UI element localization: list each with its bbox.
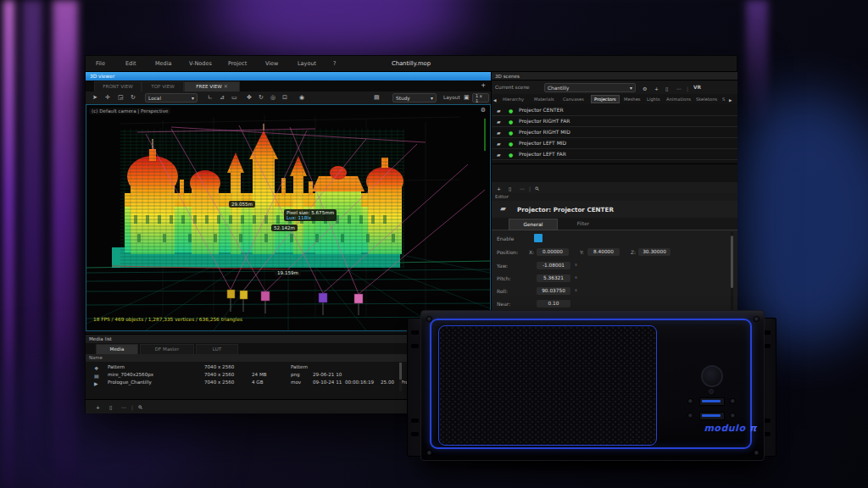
trash-icon[interactable]: ▯ [109, 403, 112, 411]
tab-animations[interactable]: Animations [666, 97, 691, 102]
tab-lights[interactable]: Lights [647, 97, 660, 102]
tab-materials[interactable]: Materials [534, 97, 554, 102]
media-name: Pattern [108, 364, 125, 369]
status-dot-icon: ● [509, 118, 513, 125]
cursor-icon[interactable]: ➤ [92, 94, 97, 102]
more-icon[interactable]: ⋯ [676, 85, 682, 92]
roll-label: Roll: [497, 288, 508, 294]
media-scrollbar[interactable] [399, 363, 402, 391]
tab-projectors[interactable]: Projectors [591, 95, 620, 103]
menu-project[interactable]: Project [228, 60, 247, 67]
add-icon[interactable]: + [96, 403, 100, 411]
rotate-icon[interactable]: ↻ [131, 94, 136, 102]
tab-general[interactable]: General [509, 219, 558, 230]
projector-list-empty [492, 164, 737, 183]
screw [687, 413, 693, 419]
tab-meshes[interactable]: Meshes [624, 97, 641, 102]
menu-help[interactable]: ? [333, 60, 336, 67]
search-icon[interactable]: ⚲ [532, 185, 540, 192]
add-icon[interactable]: + [497, 185, 501, 192]
projector-row[interactable]: ▰ ● Projector CENTER [492, 104, 737, 116]
projector-row[interactable]: ▰ ● Projector LEFT FAR [492, 148, 737, 160]
zoom-icon[interactable]: ◎ [270, 94, 275, 102]
pitch-label: Pitch: [497, 275, 511, 281]
menu-layout[interactable]: Layout [298, 60, 316, 67]
screw [730, 413, 736, 419]
chevron-down-icon: ▾ [431, 96, 433, 101]
scroll-left-icon[interactable]: ◀ [493, 97, 496, 104]
trash-icon[interactable]: ▯ [665, 85, 668, 92]
tab-filter[interactable]: Filter [559, 219, 607, 229]
enable-checkbox[interactable] [534, 234, 542, 242]
scroll-right-icon[interactable]: ▶ [729, 97, 732, 104]
menu-vnodes[interactable]: V-Nodes [189, 60, 212, 67]
grid-dropdown[interactable]: 1 x 1 [472, 93, 489, 103]
tab-overflow[interactable]: S [722, 97, 725, 102]
focus-icon[interactable]: ⊡ [282, 94, 287, 102]
axis-icon[interactable]: ∟ [208, 94, 213, 102]
grid-value: 1 x 1 [476, 93, 486, 103]
move-icon[interactable]: ✛ [105, 94, 110, 102]
roll-input[interactable]: 90.03750 [537, 287, 570, 295]
current-scene-dropdown[interactable]: Chantilly ▾ [544, 83, 636, 92]
projector-list: ▰ ● Projector CENTER ▰ ● Projector RIGHT… [492, 104, 737, 164]
castle-geometry [112, 124, 404, 268]
layout-grid-icon[interactable]: ▣ [464, 94, 470, 102]
editor-title: Projector: Projector CENTER [517, 206, 614, 214]
device-mesh-grill [438, 325, 657, 446]
viewport-3d[interactable]: (c) Default camera | Perspective ⚙ 29.05… [86, 104, 491, 331]
add-icon[interactable]: + [654, 85, 659, 92]
gear-icon[interactable]: ⚙ [481, 107, 486, 114]
projector-row[interactable]: ▰ ● Projector LEFT MID [492, 137, 737, 149]
tab-hierarchy[interactable]: Hierarchy [503, 97, 524, 102]
media-name: Prologue_Chantilly [108, 380, 152, 385]
menu-media[interactable]: Media [155, 60, 172, 67]
trash-icon[interactable]: ▯ [509, 185, 511, 192]
projector-name: Projector LEFT FAR [519, 151, 566, 157]
lux-value: Lux: 118lx [287, 215, 334, 220]
divider: | [529, 185, 531, 192]
search-icon[interactable]: ⚲ [136, 403, 143, 411]
status-dot-icon: ● [509, 140, 513, 147]
scrollbar-thumb[interactable] [731, 236, 733, 288]
status-dot-icon: ● [509, 107, 513, 114]
more-icon[interactable]: ⋯ [520, 185, 525, 192]
gear-icon[interactable]: ⚙ [643, 85, 647, 92]
orbit-icon[interactable]: ↻ [259, 94, 264, 102]
position-y-input[interactable]: 8.40000 [587, 248, 620, 256]
menu-view[interactable]: View [265, 60, 278, 67]
vr-button[interactable]: VR [693, 85, 701, 90]
position-x-input[interactable]: 0.00000 [537, 248, 569, 256]
brand-symbol: π [749, 423, 757, 434]
media-type: mov [291, 380, 301, 385]
study-value: Study [396, 96, 410, 101]
menu-edit[interactable]: Edit [125, 60, 136, 67]
marquee-icon[interactable]: ▭ [231, 94, 237, 102]
study-dropdown[interactable]: Study ▾ [392, 93, 437, 103]
media-type: Pattern [291, 364, 308, 369]
measure-icon[interactable]: ⊿ [220, 94, 225, 102]
position-z-input[interactable]: 30.30000 [638, 248, 670, 256]
menu-file[interactable]: File [96, 60, 105, 67]
tab-canvases[interactable]: Canvases [563, 97, 584, 102]
projector-row[interactable]: ▰ ● Projector RIGHT MID [492, 126, 737, 138]
yaw-label: Yaw: [497, 263, 508, 269]
pan-icon[interactable]: ✥ [247, 94, 252, 102]
projector-row[interactable]: ▰ ● Projector RIGHT FAR [492, 115, 737, 127]
screw [687, 398, 693, 404]
pitch-input[interactable]: 5.36321 [537, 274, 570, 282]
tab-skeletons[interactable]: Skeletons [696, 97, 717, 102]
media-timecode: 00:00:16:19 [345, 380, 374, 385]
close-icon[interactable]: ✕ [224, 83, 228, 89]
menu-bar: File Edit Media V-Nodes Project View Lay… [86, 56, 737, 72]
add-view-icon[interactable]: + [481, 82, 486, 90]
divider: | [131, 403, 133, 411]
yaw-input[interactable]: -1.08001 [537, 262, 570, 269]
snapshot-icon[interactable]: ▤ [374, 94, 380, 102]
near-input[interactable]: 0.10 [537, 300, 570, 308]
camera-icon[interactable]: ◉ [299, 94, 304, 102]
transform-space-dropdown[interactable]: Local ▾ [145, 93, 198, 103]
scale-icon[interactable]: ◲ [118, 94, 124, 102]
scrollbar-thumb[interactable] [399, 363, 402, 380]
more-icon[interactable]: ⋯ [121, 403, 126, 411]
